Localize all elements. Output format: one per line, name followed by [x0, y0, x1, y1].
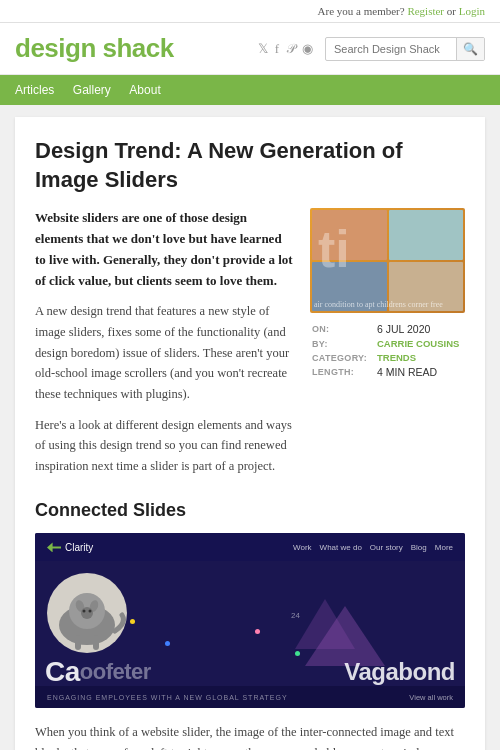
meta-row-date: ON: 6 JUL 2020	[312, 323, 463, 335]
demo-nav-whatwedo: What we do	[320, 543, 362, 552]
article-content: Design Trend: A New Generation of Image …	[15, 117, 485, 750]
demo-nav-blog: Blog	[411, 543, 427, 552]
demo-triangle2	[295, 599, 355, 649]
dot-pink	[255, 629, 260, 634]
search-input[interactable]	[326, 39, 456, 59]
featured-image-block: ti air condition to apt childrens corner…	[310, 208, 465, 486]
fi-big-letter: ti	[318, 223, 350, 275]
nav-gallery[interactable]: Gallery	[73, 75, 121, 105]
article-para2: Here's a look at different design elemen…	[35, 415, 295, 477]
demo-bottom-bar: ENGAGING EMPLOYEES WITH A NEW GLOBAL STR…	[35, 686, 465, 708]
search-box: 🔍	[325, 37, 485, 61]
pinterest-icon[interactable]: 𝒫	[286, 41, 295, 57]
twitter-icon[interactable]: 𝕏	[258, 41, 268, 57]
article-lead: Website sliders are one of those design …	[35, 208, 295, 291]
meta-length-label: LENGTH:	[312, 366, 377, 378]
demo-words: Ca oofe ter Vagabond	[35, 656, 465, 688]
main-nav: Articles Gallery About	[0, 75, 500, 105]
meta-category-value[interactable]: TRENDS	[377, 352, 416, 363]
demo-word-ter: ter	[124, 659, 151, 685]
meta-category-label: CATEGORY:	[312, 352, 377, 363]
svg-rect-7	[75, 635, 81, 650]
demo-tagline: ENGAGING EMPLOYEES WITH A NEW GLOBAL STR…	[47, 694, 288, 701]
demo-word-vagabond: Vagabond	[344, 658, 455, 686]
member-question: Are you a member?	[318, 5, 405, 17]
dog-circle	[47, 573, 127, 653]
article-intro: Website sliders are one of those design …	[35, 208, 465, 486]
register-link[interactable]: Register	[407, 5, 444, 17]
demo-nav: Clarity Work What we do Our story Blog M…	[35, 533, 465, 561]
meta-on-label: ON:	[312, 323, 377, 335]
demo-nav-ourstory: Our story	[370, 543, 403, 552]
fi-caption: air condition to apt childrens corner fr…	[314, 300, 443, 309]
demo-nav-work: Work	[293, 543, 312, 552]
demo-nav-more: More	[435, 543, 453, 552]
section1-heading: Connected Slides	[35, 500, 465, 521]
meta-row-category: CATEGORY: TRENDS	[312, 352, 463, 363]
site-header: design shack 𝕏 f 𝒫 ◉ 🔍	[0, 23, 500, 75]
meta-length-value: 4 MIN READ	[377, 366, 437, 378]
rss-icon[interactable]: ◉	[302, 41, 313, 57]
demo-logo: Clarity	[47, 542, 93, 553]
or-text: or	[447, 5, 456, 17]
demo-word-ofe: oofe	[80, 659, 124, 685]
nav-about[interactable]: About	[129, 75, 170, 105]
meta-by-label: BY:	[312, 338, 377, 349]
nav-articles[interactable]: Articles	[15, 75, 64, 105]
article-title: Design Trend: A New Generation of Image …	[35, 137, 465, 194]
demo-word-ca: Ca	[45, 656, 80, 688]
svg-rect-8	[93, 635, 99, 650]
meta-on-value: 6 JUL 2020	[377, 323, 430, 335]
dot-yellow	[130, 619, 135, 624]
article-meta: ON: 6 JUL 2020 BY: CARRIE COUSINS CATEGO…	[310, 321, 465, 383]
article-para1: A new design trend that features a new s…	[35, 301, 295, 404]
connected-slides-demo: Clarity Work What we do Our story Blog M…	[35, 533, 465, 708]
meta-row-author: BY: CARRIE COUSINS	[312, 338, 463, 349]
meta-row-length: LENGTH: 4 MIN READ	[312, 366, 463, 378]
fi-cell-2	[389, 210, 464, 260]
logo-text-part1: design	[15, 33, 103, 63]
facebook-icon[interactable]: f	[275, 41, 279, 57]
featured-image: ti air condition to apt childrens corner…	[310, 208, 465, 313]
header-right: 𝕏 f 𝒫 ◉ 🔍	[258, 37, 485, 61]
top-bar: Are you a member? Register or Login	[0, 0, 500, 23]
search-button[interactable]: 🔍	[456, 38, 484, 60]
demo-logo-icon	[47, 542, 61, 552]
demo-number: 24	[291, 611, 300, 620]
site-logo[interactable]: design shack	[15, 33, 174, 64]
demo-view-all[interactable]: View all work	[409, 693, 453, 702]
demo-nav-links: Work What we do Our story Blog More	[293, 543, 453, 552]
social-icons: 𝕏 f 𝒫 ◉	[258, 41, 313, 57]
svg-point-4	[81, 607, 93, 619]
login-link[interactable]: Login	[459, 5, 485, 17]
dog-svg	[47, 573, 127, 653]
demo-logo-text: Clarity	[65, 542, 93, 553]
svg-point-6	[89, 610, 92, 613]
meta-by-value[interactable]: CARRIE COUSINS	[377, 338, 459, 349]
dot-blue	[165, 641, 170, 646]
svg-point-5	[83, 610, 86, 613]
article-text-left: Website sliders are one of those design …	[35, 208, 295, 486]
logo-text-part2: shack	[103, 33, 174, 63]
bottom-paragraph: When you think of a website slider, the …	[35, 722, 465, 750]
